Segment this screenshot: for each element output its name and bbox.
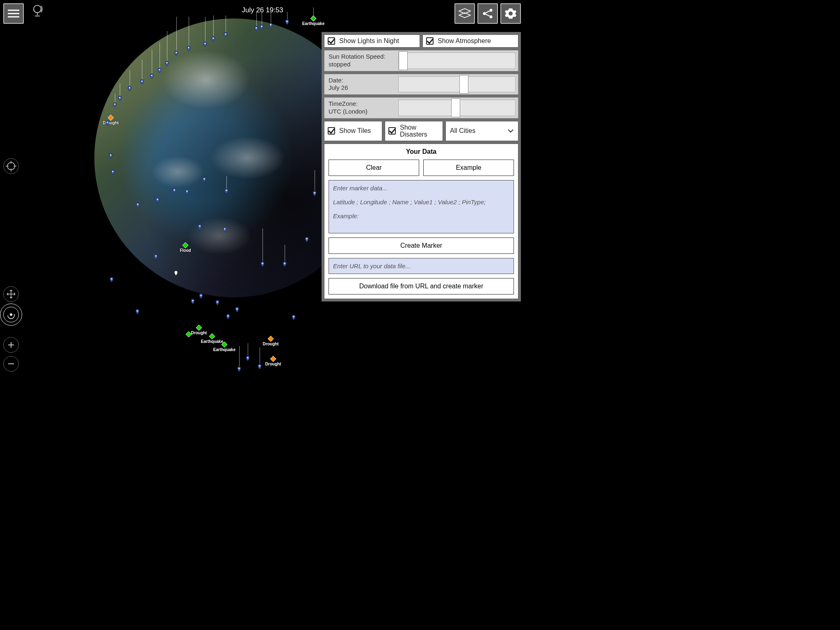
map-pin[interactable]: Drought xyxy=(268,336,274,342)
map-pin[interactable] xyxy=(135,309,140,315)
toggle-show-lights[interactable]: Show Lights in Night xyxy=(324,34,420,48)
settings-button[interactable] xyxy=(500,3,521,24)
map-pin[interactable] xyxy=(108,153,114,159)
map-pin[interactable] xyxy=(157,68,162,73)
menu-button[interactable] xyxy=(3,3,24,24)
map-pin[interactable] xyxy=(139,79,145,85)
map-pin[interactable] xyxy=(127,86,132,91)
map-pin[interactable] xyxy=(186,331,192,337)
slider-label: Sun Rotation Speed: stopped xyxy=(324,50,398,71)
slider-track[interactable] xyxy=(398,100,516,116)
map-pin[interactable] xyxy=(117,96,123,101)
create-marker-button[interactable]: Create Marker xyxy=(329,237,514,254)
download-url-button[interactable]: Download file from URL and create marker xyxy=(329,278,514,294)
map-pin[interactable]: Flood xyxy=(183,242,188,248)
map-pin[interactable]: Drought xyxy=(270,356,276,362)
map-pin[interactable] xyxy=(245,356,251,361)
svg-point-8 xyxy=(176,52,177,53)
share-button[interactable] xyxy=(477,3,498,24)
svg-point-43 xyxy=(175,272,176,273)
map-pin[interactable] xyxy=(135,202,141,208)
svg-point-30 xyxy=(192,300,193,301)
svg-point-21 xyxy=(173,189,175,190)
chevron-down-icon xyxy=(507,129,514,133)
map-pin[interactable] xyxy=(257,364,262,370)
slider-thumb[interactable] xyxy=(451,98,460,117)
map-pin[interactable] xyxy=(223,32,228,38)
slider-thumb[interactable] xyxy=(459,75,468,94)
map-pin[interactable] xyxy=(282,261,288,267)
map-pin[interactable]: Drought xyxy=(196,325,202,331)
map-pin[interactable] xyxy=(155,197,160,203)
globe-stand-button[interactable] xyxy=(30,3,45,18)
slider-track[interactable] xyxy=(398,76,516,93)
svg-point-45 xyxy=(490,9,493,12)
cities-select[interactable]: All Cities xyxy=(445,121,518,141)
zoom-out-button[interactable] xyxy=(3,356,19,372)
map-pin[interactable] xyxy=(112,102,118,108)
map-pin[interactable] xyxy=(105,120,110,126)
map-pin[interactable]: Drought xyxy=(108,115,114,121)
marker-data-input[interactable]: Enter marker data... Latitude ; Longitud… xyxy=(329,180,514,233)
map-pin[interactable] xyxy=(173,270,179,276)
checkbox-icon xyxy=(328,37,335,45)
map-pin[interactable] xyxy=(215,300,220,306)
map-pin[interactable] xyxy=(225,314,231,320)
slider-track[interactable] xyxy=(398,52,516,69)
map-pin[interactable] xyxy=(284,19,290,25)
pan-button[interactable] xyxy=(3,286,19,302)
map-pin[interactable] xyxy=(268,23,274,28)
map-pin[interactable] xyxy=(234,307,240,313)
map-pin[interactable] xyxy=(173,50,179,56)
map-pin[interactable] xyxy=(253,26,259,32)
map-pin[interactable] xyxy=(260,261,265,267)
toggle-show-atmosphere[interactable]: Show Atmosphere xyxy=(422,34,518,48)
clear-button[interactable]: Clear xyxy=(329,160,419,176)
slider-date[interactable]: Date: July 26 xyxy=(324,74,518,95)
locate-button[interactable] xyxy=(3,158,19,174)
svg-point-12 xyxy=(141,80,142,82)
map-pin[interactable] xyxy=(110,169,116,175)
zoom-in-button[interactable] xyxy=(3,337,19,353)
map-pin[interactable] xyxy=(222,227,228,233)
slider-timezone[interactable]: TimeZone: UTC (London) xyxy=(324,97,518,119)
map-pin[interactable]: Earthquake xyxy=(310,16,316,21)
map-pin[interactable] xyxy=(164,61,170,66)
map-pin[interactable] xyxy=(312,191,317,196)
map-pin[interactable] xyxy=(210,36,216,42)
map-pin[interactable] xyxy=(304,237,310,242)
map-pin[interactable] xyxy=(153,254,159,260)
toggle-show-disasters[interactable]: Show Disasters xyxy=(385,121,443,141)
map-pin[interactable] xyxy=(291,315,297,320)
map-pin[interactable] xyxy=(109,277,114,283)
map-pin[interactable] xyxy=(201,177,207,183)
map-pin[interactable] xyxy=(149,73,155,79)
map-pin[interactable] xyxy=(202,41,208,47)
map-pin[interactable] xyxy=(198,293,204,299)
map-pin[interactable]: Earthquake xyxy=(221,342,227,347)
svg-point-2 xyxy=(261,25,262,27)
map-pin[interactable] xyxy=(236,366,242,372)
toggle-label: Show Tiles xyxy=(339,127,371,135)
slider-thumb[interactable] xyxy=(399,51,408,70)
map-pin[interactable] xyxy=(190,299,196,304)
gear-icon xyxy=(504,7,517,20)
svg-point-26 xyxy=(199,225,200,226)
map-pin[interactable] xyxy=(171,188,177,194)
map-pin[interactable] xyxy=(186,46,192,51)
layers-button[interactable] xyxy=(454,3,475,24)
toggle-show-tiles[interactable]: Show Tiles xyxy=(324,121,382,141)
crosshair-icon xyxy=(6,161,16,171)
example-button[interactable]: Example xyxy=(423,160,514,176)
slider-label: TimeZone: UTC (London) xyxy=(324,98,398,118)
settings-panel: Show Lights in Night Show Atmosphere Sun… xyxy=(322,32,521,301)
map-pin[interactable] xyxy=(184,189,190,195)
slider-sun-speed[interactable]: Sun Rotation Speed: stopped xyxy=(324,50,518,71)
map-pin[interactable] xyxy=(224,188,229,194)
rotate-button[interactable] xyxy=(3,307,19,322)
svg-point-47 xyxy=(490,16,493,18)
map-pin[interactable]: Earthquake xyxy=(209,333,215,339)
map-pin[interactable] xyxy=(197,224,203,230)
data-url-input[interactable]: Enter URL to your data file... xyxy=(329,258,514,274)
map-pin[interactable] xyxy=(259,24,265,30)
